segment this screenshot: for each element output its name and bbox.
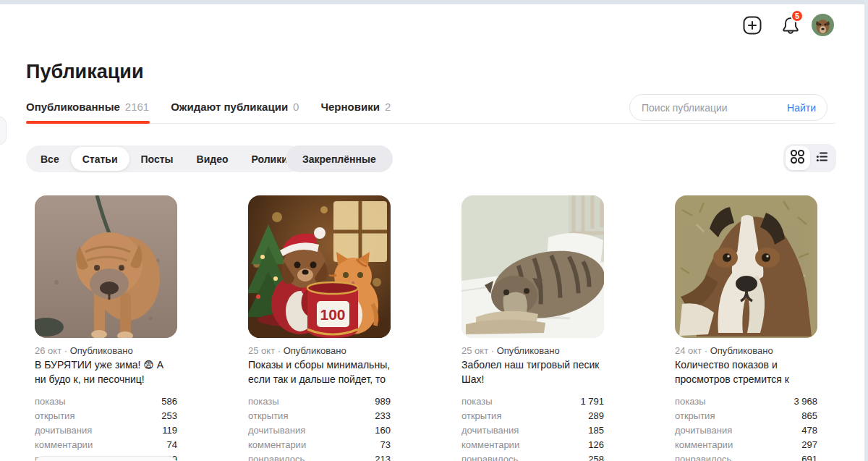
stat-row-opens: открытия 289	[461, 408, 604, 423]
stat-label: понравилось	[675, 454, 731, 461]
card-title: Показы и сборы минимальны, если так и да…	[248, 358, 391, 388]
grid-view-icon	[790, 149, 805, 167]
brindle-dog-on-bed-photo	[461, 195, 604, 338]
stat-label: показы	[675, 396, 706, 407]
card-date: 25 окт	[461, 345, 488, 356]
stat-value: 213	[375, 454, 391, 461]
stat-value: 185	[588, 425, 604, 436]
stat-row-reads: дочитывания 160	[248, 423, 391, 437]
card-date: 25 окт	[248, 345, 275, 356]
stat-value: 297	[801, 439, 817, 450]
publication-card[interactable]: 26 окт · Опубликовано В БУРЯТИИ уже зима…	[35, 195, 177, 461]
stat-label: показы	[248, 396, 279, 407]
tab-drafts[interactable]: Черновики 2	[320, 101, 391, 120]
card-stats: показы 3 968 открытия 865 дочитывания 47…	[675, 394, 817, 461]
search-submit-button[interactable]: Найти	[787, 102, 816, 114]
card-date: 24 окт	[675, 345, 702, 356]
publication-card[interactable]: 100 25 окт · Опубликовано Показы и сборы…	[248, 195, 391, 461]
list-view-icon	[814, 149, 830, 167]
stat-value: 865	[801, 410, 817, 421]
card-stats: показы 586 открытия 253 дочитывания 119 …	[35, 394, 177, 461]
stat-row-views: показы 1 791	[461, 394, 604, 408]
profile-avatar[interactable]	[812, 14, 834, 36]
active-tab-underline	[26, 121, 150, 124]
stat-row-comments: комментарии 297	[675, 437, 817, 452]
browser-top-strip	[0, 0, 868, 4]
stat-row-reads: дочитывания 478	[675, 423, 817, 437]
stat-value: 253	[161, 410, 177, 421]
stat-label: комментарии	[675, 439, 733, 450]
stat-row-views: показы 586	[35, 394, 177, 408]
browser-right-strip	[864, 0, 868, 461]
stat-label: открытия	[461, 410, 501, 421]
card-status: Опубликовано	[70, 345, 133, 356]
tab-label: Ожидают публикации	[171, 101, 288, 113]
stat-value: 3 968	[793, 396, 817, 407]
card-meta: 26 окт · Опубликовано	[35, 344, 177, 357]
grid-view-button[interactable]	[786, 146, 810, 170]
search-input[interactable]	[630, 102, 787, 114]
page-title: Публикации	[26, 61, 144, 83]
meta-separator: ·	[491, 345, 494, 356]
card-date: 26 окт	[35, 345, 61, 356]
card-status: Опубликовано	[284, 345, 346, 356]
tab-count: 2	[385, 101, 391, 113]
stat-row-likes: понравилось 691	[675, 452, 817, 461]
tab-label: Опубликованные	[26, 101, 120, 113]
publication-card[interactable]: 25 окт · Опубликовано Заболел наш тигров…	[461, 195, 604, 461]
create-publication-icon[interactable]	[742, 15, 762, 35]
stat-value: 586	[161, 396, 177, 407]
next-row-card-peek	[35, 456, 177, 461]
stat-row-comments: комментарии 74	[35, 437, 177, 452]
filter-videos[interactable]: Видео	[185, 147, 240, 171]
search-publications-box: Найти	[629, 94, 827, 121]
filter-pinned[interactable]: Закреплённые	[286, 145, 393, 172]
card-meta: 25 окт · Опубликовано	[461, 344, 604, 357]
tab-count: 2161	[125, 101, 149, 113]
stat-value: 119	[162, 425, 177, 436]
publication-card[interactable]: 24 окт · Опубликовано Количество показов…	[675, 195, 817, 461]
card-stats: показы 989 открытия 233 дочитывания 160 …	[248, 394, 391, 461]
list-view-button[interactable]	[810, 146, 835, 170]
card-meta: 24 окт · Опубликовано	[675, 344, 817, 357]
stat-label: открытия	[248, 410, 288, 421]
card-title: Количество показов и просмотров стремитс…	[675, 358, 817, 388]
tab-awaiting-publication[interactable]: Ожидают публикации 0	[171, 101, 299, 120]
stat-label: комментарии	[248, 439, 306, 450]
card-meta: 25 окт · Опубликовано	[248, 344, 391, 357]
stat-value: 74	[167, 439, 177, 450]
notification-count-badge: 5	[791, 9, 804, 22]
stat-value: 478	[801, 425, 817, 436]
stat-label: дочитывания	[35, 425, 92, 436]
stat-value: 989	[375, 396, 391, 407]
filter-articles[interactable]: Статьи	[71, 147, 129, 171]
fluffy-dog-on-grass-photo	[675, 195, 817, 338]
stat-label: открытия	[35, 410, 75, 421]
stat-label: показы	[35, 396, 66, 407]
mug-label: 100	[320, 306, 345, 323]
tab-published[interactable]: Опубликованные 2161	[26, 101, 149, 120]
view-mode-toggle	[783, 144, 836, 172]
meta-separator: ·	[278, 345, 281, 356]
stat-value: 289	[588, 410, 604, 421]
tab-count: 0	[293, 101, 299, 113]
card-title: Заболел наш тигровый песик Шах!	[461, 358, 604, 388]
card-status: Опубликовано	[497, 345, 560, 356]
stat-value: 73	[380, 439, 391, 450]
filter-all[interactable]: Все	[29, 147, 71, 171]
filter-posts[interactable]: Посты	[129, 147, 185, 171]
stat-label: дочитывания	[461, 425, 519, 436]
stat-label: дочитывания	[248, 425, 305, 436]
stat-row-comments: комментарии 126	[461, 437, 604, 452]
meta-separator: ·	[64, 345, 67, 356]
stat-value: 126	[588, 439, 604, 450]
stat-row-reads: дочитывания 185	[461, 423, 604, 437]
stat-label: открытия	[675, 410, 715, 421]
shar-pei-dog-photo	[35, 195, 177, 338]
stat-value: 1 791	[580, 396, 604, 407]
stat-row-opens: открытия 865	[675, 408, 817, 423]
stat-label: комментарии	[461, 439, 519, 450]
stat-row-opens: открытия 233	[248, 408, 391, 423]
content-type-segmented-control: Все Статьи Посты Видео Ролики	[26, 145, 302, 172]
meta-separator: ·	[705, 345, 707, 356]
